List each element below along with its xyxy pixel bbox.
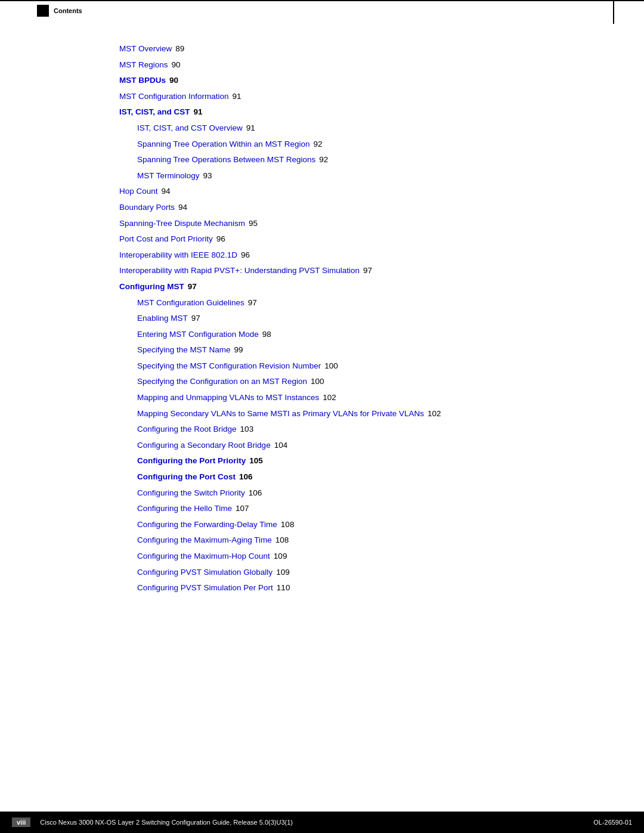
toc-entry: MST Terminology93 xyxy=(137,169,596,182)
toc-link[interactable]: Mapping and Unmapping VLANs to MST Insta… xyxy=(137,393,319,402)
toc-link[interactable]: Entering MST Configuration Mode xyxy=(137,330,259,339)
toc-link[interactable]: Configuring PVST Simulation Globally xyxy=(137,568,273,577)
toc-link[interactable]: Configuring MST xyxy=(119,282,184,291)
footer-title: Cisco Nexus 3000 NX-OS Layer 2 Switching… xyxy=(40,819,293,826)
toc-page-number: 103 xyxy=(240,425,254,433)
toc-link[interactable]: Port Cost and Port Priority xyxy=(119,234,213,243)
toc-link[interactable]: Interoperability with IEEE 802.1D xyxy=(119,250,237,259)
toc-entry: IST, CIST, and CST91 xyxy=(119,105,596,119)
header-contents-label: Contents xyxy=(54,7,82,14)
toc-link[interactable]: Spanning-Tree Dispute Mechanism xyxy=(119,219,245,228)
toc-page-number: 109 xyxy=(274,552,287,561)
toc-page-number: 91 xyxy=(194,107,203,116)
toc-link[interactable]: Hop Count xyxy=(119,187,158,196)
toc-page-number: 98 xyxy=(262,330,271,339)
toc-page-number: 97 xyxy=(248,298,257,307)
toc-link[interactable]: Specifying the MST Configuration Revisio… xyxy=(137,361,321,370)
toc-link[interactable]: MST Regions xyxy=(119,60,168,69)
toc-link[interactable]: MST Configuration Guidelines xyxy=(137,298,244,307)
toc-page-number: 96 xyxy=(216,234,225,243)
toc-page-number: 107 xyxy=(236,504,249,513)
toc-link[interactable]: Spanning Tree Operation Within an MST Re… xyxy=(137,140,309,148)
top-border xyxy=(0,0,644,1)
toc-link[interactable]: Configuring the Root Bridge xyxy=(137,425,237,433)
footer-page-badge: viii xyxy=(12,817,30,827)
toc-entry: Specifying the Configuration on an MST R… xyxy=(137,374,596,388)
toc-page-number: 106 xyxy=(249,488,262,497)
toc-entry: Configuring MST97 xyxy=(119,280,596,293)
toc-entry: Spanning-Tree Dispute Mechanism95 xyxy=(119,216,596,230)
toc-entry: Configuring a Secondary Root Bridge104 xyxy=(137,438,596,452)
toc-link[interactable]: Interoperability with Rapid PVST+: Under… xyxy=(119,266,360,275)
toc-page-number: 94 xyxy=(162,187,171,196)
toc-page-number: 109 xyxy=(276,568,290,577)
toc-entry: MST Regions90 xyxy=(119,58,596,72)
toc-entry: Enabling MST97 xyxy=(137,311,596,325)
toc-entry: MST Configuration Information91 xyxy=(119,89,596,103)
toc-page-number: 93 xyxy=(203,171,212,180)
footer-doc-number: OL-26590-01 xyxy=(593,819,632,826)
toc-entry: Spanning Tree Operation Within an MST Re… xyxy=(137,137,596,151)
toc-link[interactable]: Specifying the Configuration on an MST R… xyxy=(137,377,307,386)
toc-link[interactable]: Configuring the Maximum-Hop Count xyxy=(137,552,270,561)
footer: viii Cisco Nexus 3000 NX-OS Layer 2 Swit… xyxy=(0,812,644,833)
toc-entry: Configuring the Port Priority105 xyxy=(137,454,596,467)
toc-entry: Configuring the Root Bridge103 xyxy=(137,422,596,436)
toc-link[interactable]: Boundary Ports xyxy=(119,203,175,212)
toc-entry: Spanning Tree Operations Between MST Reg… xyxy=(137,153,596,166)
toc-page-number: 91 xyxy=(233,92,242,101)
toc-link[interactable]: Configuring the Forwarding-Delay Time xyxy=(137,520,277,529)
toc-entry: Configuring PVST Simulation Globally109 xyxy=(137,565,596,579)
toc-link[interactable]: IST, CIST, and CST Overview xyxy=(137,123,243,132)
toc-link[interactable]: Configuring the Hello Time xyxy=(137,504,232,513)
toc-entry: Configuring PVST Simulation Per Port110 xyxy=(137,581,596,594)
toc-page-number: 104 xyxy=(274,441,288,450)
toc-link[interactable]: Configuring the Switch Priority xyxy=(137,488,245,497)
toc-page-number: 97 xyxy=(188,282,197,291)
toc-entry: Port Cost and Port Priority96 xyxy=(119,232,596,246)
toc-link[interactable]: IST, CIST, and CST xyxy=(119,107,190,116)
toc-entry: Interoperability with Rapid PVST+: Under… xyxy=(119,264,596,277)
toc-link[interactable]: MST BPDUs xyxy=(119,76,166,85)
toc-entry: IST, CIST, and CST Overview91 xyxy=(137,121,596,135)
corner-square xyxy=(37,5,49,17)
toc-entry: MST BPDUs90 xyxy=(119,73,596,87)
toc-entry: Specifying the MST Configuration Revisio… xyxy=(137,359,596,373)
toc-link[interactable]: MST Configuration Information xyxy=(119,92,229,101)
toc-link[interactable]: Mapping Secondary VLANs to Same MSTI as … xyxy=(137,409,424,418)
toc-link[interactable]: Configuring PVST Simulation Per Port xyxy=(137,583,273,592)
toc-link[interactable]: MST Terminology xyxy=(137,171,200,180)
toc-page-number: 105 xyxy=(249,456,263,465)
toc-link[interactable]: Configuring the Maximum-Aging Time xyxy=(137,535,272,544)
toc-page-number: 108 xyxy=(281,520,295,529)
toc-entry: Mapping and Unmapping VLANs to MST Insta… xyxy=(137,391,596,404)
toc-page-number: 100 xyxy=(311,377,324,386)
toc-content: MST Overview89MST Regions90MST BPDUs90MS… xyxy=(119,42,596,597)
toc-entry: Specifying the MST Name99 xyxy=(137,343,596,357)
toc-page-number: 92 xyxy=(313,140,322,148)
toc-page-number: 91 xyxy=(246,123,255,132)
toc-link[interactable]: Configuring the Port Priority xyxy=(137,456,246,465)
toc-page-number: 92 xyxy=(319,155,328,164)
toc-page-number: 99 xyxy=(234,345,243,354)
toc-link[interactable]: MST Overview xyxy=(119,44,172,53)
toc-page-number: 102 xyxy=(428,409,441,418)
toc-entry: Mapping Secondary VLANs to Same MSTI as … xyxy=(137,407,596,420)
toc-entry: Configuring the Hello Time107 xyxy=(137,501,596,515)
toc-page-number: 97 xyxy=(363,266,372,275)
toc-link[interactable]: Configuring the Port Cost xyxy=(137,472,236,481)
toc-link[interactable]: Enabling MST xyxy=(137,314,188,323)
toc-link[interactable]: Spanning Tree Operations Between MST Reg… xyxy=(137,155,315,164)
toc-page-number: 89 xyxy=(175,44,184,53)
toc-entry: Configuring the Maximum-Aging Time108 xyxy=(137,533,596,547)
toc-entry: Hop Count94 xyxy=(119,184,596,198)
toc-link[interactable]: Configuring a Secondary Root Bridge xyxy=(137,441,271,450)
page-container: Contents MST Overview89MST Regions90MST … xyxy=(0,0,644,833)
toc-page-number: 90 xyxy=(169,76,178,85)
toc-link[interactable]: Specifying the MST Name xyxy=(137,345,231,354)
toc-page-number: 102 xyxy=(323,393,336,402)
toc-page-number: 108 xyxy=(275,535,289,544)
toc-entry: Interoperability with IEEE 802.1D96 xyxy=(119,248,596,262)
toc-entry: Configuring the Switch Priority106 xyxy=(137,486,596,500)
toc-page-number: 110 xyxy=(277,583,290,592)
